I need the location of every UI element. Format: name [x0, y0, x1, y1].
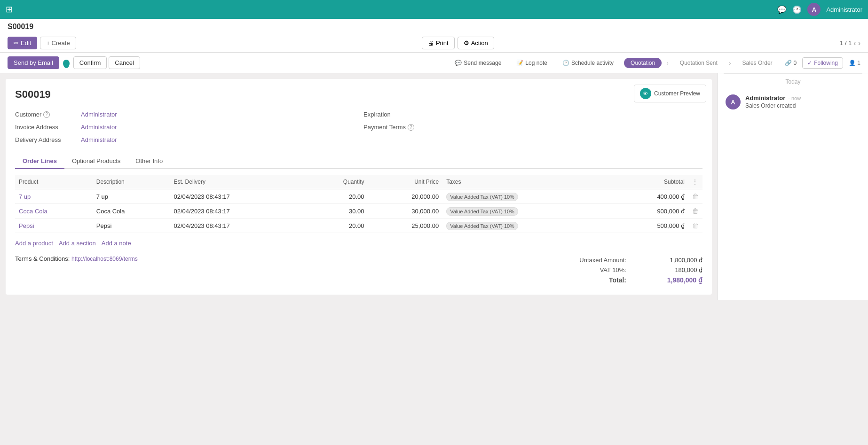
cell-subtotal: 500,000 ₫ — [613, 219, 688, 233]
chatter-msg-text: Sales Order created — [745, 102, 860, 109]
cell-delete[interactable]: 🗑 — [688, 219, 702, 233]
invoice-address-field-row: Invoice Address Administrator — [15, 121, 354, 133]
customer-help-icon[interactable]: ? — [43, 111, 50, 118]
delivery-address-label: Delivery Address — [15, 136, 81, 143]
chat-icon[interactable]: 💬 — [777, 5, 787, 14]
delete-icon[interactable]: 🗑 — [692, 222, 699, 229]
chatter-panel: Today A Administrator - now Sales Order … — [718, 73, 868, 300]
col-unit-price: Unit Price — [368, 175, 443, 189]
send-email-button[interactable]: Send by Email — [8, 56, 59, 69]
clock-icon[interactable]: 🕐 — [792, 5, 802, 14]
cell-description: 7 up — [93, 189, 170, 204]
cell-delivery: 02/04/2023 08:43:17 — [170, 219, 307, 233]
untaxed-value: 1,800,000 ₫ — [646, 257, 702, 264]
content-area: 👁 Customer Preview S00019 Customer ? Adm… — [0, 73, 868, 300]
following-button[interactable]: ✓ Following — [802, 57, 843, 69]
print-icon: 🖨 — [428, 39, 434, 47]
schedule-activity-button[interactable]: 🕐 Schedule activity — [558, 57, 618, 69]
table-row[interactable]: Pepsi Pepsi 02/04/2023 08:43:17 20.00 25… — [15, 219, 702, 233]
customer-value[interactable]: Administrator — [81, 111, 117, 118]
cell-product: 7 up — [15, 189, 93, 204]
left-fields: Customer ? Administrator Invoice Address… — [15, 108, 354, 146]
edit-button[interactable]: ✏ Edit — [8, 37, 37, 49]
delivery-address-value[interactable]: Administrator — [81, 136, 117, 143]
cell-quantity: 20.00 — [307, 189, 368, 204]
prev-page-button[interactable]: ‹ — [853, 39, 856, 47]
form-panel: 👁 Customer Preview S00019 Customer ? Adm… — [0, 73, 718, 300]
chatter-msg-content: Administrator - now Sales Order created — [745, 94, 860, 109]
cell-unit-price: 20,000.00 — [368, 189, 443, 204]
table-row[interactable]: 7 up 7 up 02/04/2023 08:43:17 20.00 20,0… — [15, 189, 702, 204]
payment-terms-help-icon[interactable]: ? — [408, 124, 414, 131]
delete-icon[interactable]: 🗑 — [692, 207, 699, 215]
totals-table: Untaxed Amount: 1,800,000 ₫ VAT 10%: 180… — [561, 255, 702, 285]
grid-icon[interactable]: ⊞ — [6, 4, 13, 15]
invoice-address-label: Invoice Address — [15, 124, 81, 131]
print-button[interactable]: 🖨 Print — [422, 37, 455, 49]
chatter-msg-author: Administrator — [745, 94, 785, 101]
tabs: Order Lines Optional Products Other Info — [15, 154, 702, 169]
confirm-button[interactable]: Confirm — [73, 56, 107, 69]
cell-product: Pepsi — [15, 219, 93, 233]
tab-optional-products[interactable]: Optional Products — [64, 154, 128, 169]
status-quotation-sent[interactable]: Quotation Sent — [673, 58, 724, 68]
expiration-label: Expiration — [363, 111, 429, 118]
vat-value: 180,000 ₫ — [646, 266, 702, 273]
customer-preview-button[interactable]: 👁 Customer Preview — [634, 85, 706, 102]
vat-label: VAT 10%: — [561, 266, 632, 273]
chatter-message: A Administrator - now Sales Order create… — [718, 90, 868, 114]
payment-terms-field-row: Payment Terms ? — [363, 121, 702, 133]
page-navigation: 1 / 1 ‹ › — [840, 39, 860, 47]
status-sales-order[interactable]: Sales Order — [736, 58, 779, 68]
col-subtotal: Subtotal — [613, 175, 688, 189]
payment-terms-label: Payment Terms ? — [363, 124, 429, 131]
admin-name: Administrator — [826, 6, 862, 13]
log-note-button[interactable]: 📝 Log note — [512, 57, 552, 69]
delete-icon[interactable]: 🗑 — [692, 193, 699, 200]
create-button[interactable]: + Create — [40, 37, 76, 49]
customer-label: Customer ? — [15, 111, 81, 118]
cell-taxes: Value Added Tax (VAT) 10% — [442, 219, 613, 233]
total-value: 1,980,000 ₫ — [646, 276, 702, 284]
cell-subtotal: 900,000 ₫ — [613, 204, 688, 219]
status-actions: Send by Email Confirm Cancel — [8, 53, 450, 73]
message-icon: 💬 — [455, 60, 462, 66]
cell-delete[interactable]: 🗑 — [688, 189, 702, 204]
page-info: 1 / 1 — [840, 39, 852, 47]
cancel-button[interactable]: Cancel — [109, 56, 140, 69]
water-drop-icon — [63, 60, 70, 68]
send-message-button[interactable]: 💬 Send message — [450, 57, 506, 69]
add-note-link[interactable]: Add a note — [102, 240, 131, 247]
cell-delete[interactable]: 🗑 — [688, 204, 702, 219]
add-product-link[interactable]: Add a product — [15, 240, 53, 247]
avatar[interactable]: A — [807, 3, 821, 16]
terms-link[interactable]: http://localhost:8069/terms — [71, 256, 138, 262]
chatter-date-divider: Today — [724, 73, 862, 90]
edit-icon: ✏ — [14, 39, 19, 47]
toolbar: ✏ Edit + Create 🖨 Print ⚙ Action 1 / 1 ‹… — [8, 34, 860, 52]
order-table: Product Description Est. Delivery Quanti… — [15, 175, 702, 233]
more-options-icon[interactable]: ⋮ — [692, 179, 698, 185]
delivery-address-field-row: Delivery Address Administrator — [15, 133, 354, 146]
add-section-link[interactable]: Add a section — [59, 240, 96, 247]
action-button[interactable]: ⚙ Action — [458, 37, 494, 49]
totals-area: Terms & Conditions: http://localhost:806… — [15, 250, 702, 285]
next-page-button[interactable]: › — [858, 39, 860, 47]
invoice-address-value[interactable]: Administrator — [81, 124, 117, 131]
customer-preview-icon: 👁 — [640, 88, 651, 99]
chatter-msg-time: - now — [788, 95, 801, 101]
cell-unit-price: 25,000.00 — [368, 219, 443, 233]
status-right: 💬 Send message 📝 Log note 🕐 Schedule act… — [450, 54, 860, 72]
cell-quantity: 20.00 — [307, 219, 368, 233]
status-bar: Send by Email Confirm Cancel 💬 Send mess… — [0, 53, 868, 73]
status-quotation[interactable]: Quotation — [624, 58, 662, 68]
table-row[interactable]: Coca Cola Coca Cola 02/04/2023 08:43:17 … — [15, 204, 702, 219]
cell-taxes: Value Added Tax (VAT) 10% — [442, 204, 613, 219]
cell-delivery: 02/04/2023 08:43:17 — [170, 204, 307, 219]
topbar: ⊞ 💬 🕐 A Administrator — [0, 0, 868, 19]
tab-order-lines[interactable]: Order Lines — [15, 154, 64, 169]
tab-other-info[interactable]: Other Info — [128, 154, 170, 169]
col-product: Product — [15, 175, 93, 189]
cell-taxes: Value Added Tax (VAT) 10% — [442, 189, 613, 204]
cell-product: Coca Cola — [15, 204, 93, 219]
